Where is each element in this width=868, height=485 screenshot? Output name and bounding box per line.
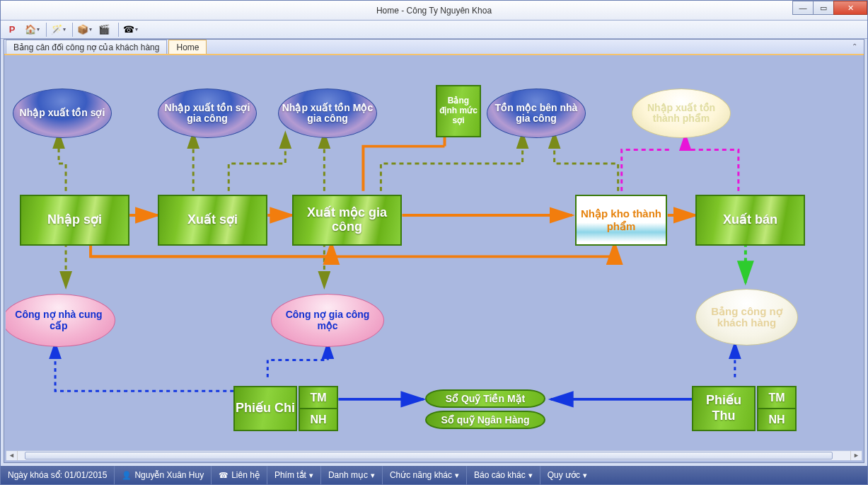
clapper-icon[interactable]: 🎬 [96, 22, 112, 38]
node-cnncc[interactable]: Công nợ nhà cung cấp [6, 294, 115, 347]
status-lienhe[interactable]: ☎Liên hệ [212, 466, 267, 484]
status-phimtat[interactable]: Phím tắt▾ [267, 466, 321, 484]
node-tmbngc[interactable]: Tồn mộc bên nhà gia công [487, 89, 586, 138]
node-bdms[interactable]: Bảng định mức sợi [436, 85, 481, 137]
node-phieuchi[interactable]: Phiếu Chi [233, 386, 297, 431]
tab-balance[interactable]: Bảng cân đối công nợ của khách hàng [6, 40, 167, 54]
node-xuatban[interactable]: Xuất bán [695, 195, 805, 246]
node-nktp[interactable]: Nhập kho thành phẩm [575, 195, 667, 246]
node-nxtsgc[interactable]: Nhập xuất tồn sợi gia công [158, 89, 257, 138]
maximize-button[interactable]: ▭ [813, 1, 834, 15]
node-sqtm[interactable]: Sổ Quỹ Tiền Mặt [425, 389, 545, 408]
node-nxtmgc[interactable]: Nhập xuất tồn Mộc gia công [278, 89, 377, 138]
minimize-button[interactable]: — [792, 1, 814, 15]
home-icon[interactable]: 🏠▾ [23, 22, 40, 38]
close-button[interactable]: ✕ [833, 1, 867, 15]
phone-icon-status: ☎ [219, 471, 228, 480]
node-tmnh-chi[interactable]: TM NH [299, 386, 338, 431]
statusbar: Ngày khóa sổ: 01/01/2015 👤Nguyễn Xuân Hu… [1, 466, 867, 484]
tab-home[interactable]: Home [168, 40, 207, 54]
node-xmgc[interactable]: Xuất mộc gia công [292, 195, 402, 246]
window-title: Home - Công Ty Nguyên Khoa [1, 6, 867, 16]
node-tmnh-thu[interactable]: TM NH [757, 386, 797, 431]
horizontal-scrollbar[interactable]: ◄ ► [6, 450, 862, 461]
label-nh[interactable]: NH [300, 409, 337, 430]
node-cngcm[interactable]: Công nợ gia công mộc [271, 294, 384, 347]
node-nxttp[interactable]: Nhập xuất tồn thành phẩm [632, 89, 731, 138]
collapse-icon[interactable]: ⌃ [850, 42, 860, 52]
status-bckhac[interactable]: Báo cáo khác▾ [467, 466, 540, 484]
tabstrip: Bảng cân đối công nợ của khách hàng Home [4, 40, 864, 55]
label-tm2[interactable]: TM [758, 387, 795, 409]
status-date[interactable]: Ngày khóa sổ: 01/01/2015 [1, 466, 115, 484]
label-tm[interactable]: TM [300, 387, 337, 409]
titlebar: Home - Công Ty Nguyên Khoa — ▭ ✕ [1, 1, 867, 21]
content-frame: ⌃ Bảng cân đối công nợ của khách hàng Ho… [4, 39, 864, 463]
diagram-canvas: Nhập xuất tồn sợi Nhập xuất tồn sợi gia … [6, 57, 862, 450]
user-icon: 👤 [122, 471, 132, 480]
app-logo-icon[interactable]: P [4, 22, 21, 38]
node-bcnkh[interactable]: Bảng công nợ khách hàng [695, 289, 798, 346]
node-phieuthu[interactable]: Phiếu Thu [692, 386, 756, 431]
node-nxts[interactable]: Nhập xuất tồn sợi [13, 89, 112, 138]
label-nh2[interactable]: NH [758, 409, 795, 430]
box-icon[interactable]: 📦▾ [76, 22, 93, 38]
status-danhmuc[interactable]: Danh mục▾ [321, 466, 383, 484]
node-nhapsoi[interactable]: Nhập sợi [20, 195, 129, 246]
node-xuatsoi[interactable]: Xuất sợi [158, 195, 267, 246]
node-sqnh[interactable]: Sổ quỹ Ngân Hàng [425, 411, 545, 429]
phone-icon[interactable]: ☎▾ [122, 22, 139, 38]
status-cnkhac[interactable]: Chức năng khác▾ [383, 466, 467, 484]
status-quyuoc[interactable]: Quy ước▾ [540, 466, 594, 484]
wand-icon[interactable]: 🪄▾ [50, 22, 66, 38]
toolbar: P 🏠▾ 🪄▾ 📦▾ 🎬 ☎▾ [1, 21, 867, 39]
status-user[interactable]: 👤Nguyễn Xuân Huy [115, 466, 212, 484]
